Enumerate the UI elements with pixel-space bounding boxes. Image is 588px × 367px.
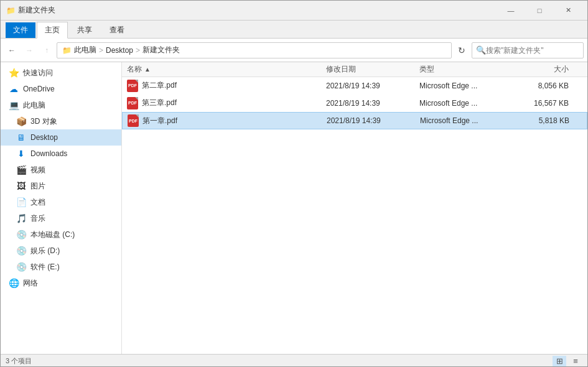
file-date-1: 2021/8/19 14:39	[326, 99, 419, 108]
tab-file[interactable]: 文件	[6, 22, 35, 38]
title-bar-title: 新建文件夹	[18, 5, 497, 16]
sidebar-label-3dobjects: 3D 对象	[30, 116, 116, 127]
title-bar: 📁 新建文件夹 — □ ✕	[1, 1, 587, 21]
file-name-0: PDF 第二章.pdf	[127, 80, 326, 92]
sidebar-item-3dobjects[interactable]: 📦 3D 对象	[1, 113, 121, 129]
col-header-date[interactable]: 修改日期	[326, 64, 419, 75]
table-row[interactable]: PDF 第一章.pdf 2021/8/19 14:39 Microsoft Ed…	[122, 112, 587, 129]
search-box[interactable]: 🔍	[472, 42, 584, 58]
view-list-button[interactable]: ≡	[569, 356, 582, 367]
col-header-type[interactable]: 类型	[419, 64, 513, 75]
forward-button[interactable]: →	[22, 43, 37, 58]
tab-home[interactable]: 主页	[37, 22, 68, 39]
file-type-2: Microsoft Edge ...	[420, 116, 513, 125]
documents-icon: 📄	[16, 197, 27, 208]
file-size-0: 8,056 KB	[513, 81, 569, 90]
breadcrumb-desktop: Desktop	[106, 46, 133, 55]
sidebar-label-downloads: Downloads	[30, 149, 116, 158]
sidebar-item-drive-d[interactable]: 💿 娱乐 (D:)	[1, 243, 121, 259]
sidebar-label-desktop: Desktop	[30, 133, 116, 142]
breadcrumb-sep1: >	[99, 46, 103, 55]
sidebar-item-videos[interactable]: 🎬 视频	[1, 162, 121, 178]
main-area: ⭐ 快速访问 ☁ OneDrive 💻 此电脑 📦 3D 对象 🖥 Deskto…	[1, 62, 587, 354]
sidebar-label-documents: 文档	[30, 197, 116, 208]
item-count: 3 个项目	[6, 356, 32, 366]
sidebar-label-quick-access: 快速访问	[23, 68, 116, 78]
sidebar-label-drive-d: 娱乐 (D:)	[30, 246, 116, 256]
music-icon: 🎵	[16, 213, 27, 224]
downloads-icon: ⬇	[16, 148, 27, 159]
drive-c-icon: 💿	[16, 229, 27, 240]
sidebar-label-drive-e: 软件 (E:)	[30, 262, 116, 272]
file-area: 名称 ▲ 修改日期 类型 大小 PDF 第二章.pdf 2021/8/19 14…	[122, 62, 587, 354]
quick-access-icon: ⭐	[8, 67, 19, 78]
file-type-1: Microsoft Edge ...	[419, 99, 513, 108]
sidebar: ⭐ 快速访问 ☁ OneDrive 💻 此电脑 📦 3D 对象 🖥 Deskto…	[1, 62, 122, 354]
status-bar: 3 个项目 ⊞ ≡	[1, 354, 587, 367]
pictures-icon: 🖼	[16, 180, 27, 192]
tab-view[interactable]: 查看	[101, 22, 133, 38]
sidebar-item-pictures[interactable]: 🖼 图片	[1, 178, 121, 194]
file-list: PDF 第二章.pdf 2021/8/19 14:39 Microsoft Ed…	[122, 77, 587, 354]
pdf-icon-2: PDF	[128, 114, 139, 127]
table-row[interactable]: PDF 第二章.pdf 2021/8/19 14:39 Microsoft Ed…	[122, 77, 587, 95]
refresh-button[interactable]: ↻	[454, 43, 469, 58]
breadcrumb-folder: 新建文件夹	[142, 45, 180, 55]
file-size-1: 16,567 KB	[513, 99, 569, 108]
sidebar-label-network: 网络	[23, 278, 116, 289]
sidebar-item-thispc[interactable]: 💻 此电脑	[1, 97, 121, 113]
videos-icon: 🎬	[16, 164, 27, 175]
sidebar-item-documents[interactable]: 📄 文档	[1, 194, 121, 210]
title-bar-actions: — □ ✕	[497, 1, 582, 21]
sidebar-item-downloads[interactable]: ⬇ Downloads	[1, 146, 121, 162]
sidebar-label-music: 音乐	[30, 213, 116, 224]
sidebar-item-onedrive[interactable]: ☁ OneDrive	[1, 81, 121, 97]
address-bar[interactable]: 📁 此电脑 > Desktop > 新建文件夹	[57, 42, 452, 58]
file-header: 名称 ▲ 修改日期 类型 大小	[122, 62, 587, 77]
sidebar-label-drive-c: 本地磁盘 (C:)	[30, 230, 116, 240]
pdf-icon-0: PDF	[127, 80, 138, 92]
file-name-2: PDF 第一章.pdf	[128, 114, 327, 127]
address-area: ← → ↑ 📁 此电脑 > Desktop > 新建文件夹 ↻ 🔍	[1, 39, 587, 62]
file-date-0: 2021/8/19 14:39	[326, 81, 419, 90]
sidebar-item-drive-e[interactable]: 💿 软件 (E:)	[1, 259, 121, 275]
drive-e-icon: 💿	[16, 261, 27, 272]
sort-arrow-name: ▲	[144, 66, 151, 73]
maximize-button[interactable]: □	[525, 1, 554, 21]
view-grid-button[interactable]: ⊞	[553, 356, 566, 367]
sidebar-label-onedrive: OneDrive	[23, 85, 116, 93]
status-right: ⊞ ≡	[553, 356, 582, 367]
breadcrumb-sep2: >	[136, 46, 140, 55]
ribbon: 文件 主页 共享 查看	[1, 21, 587, 39]
col-header-size[interactable]: 大小	[513, 64, 569, 75]
file-type-0: Microsoft Edge ...	[419, 81, 513, 90]
sidebar-item-music[interactable]: 🎵 音乐	[1, 210, 121, 226]
ribbon-tabs: 文件 主页 共享 查看	[1, 21, 587, 38]
3dobjects-icon: 📦	[16, 116, 27, 127]
tab-share[interactable]: 共享	[69, 22, 100, 38]
search-input[interactable]	[486, 46, 579, 55]
drive-d-icon: 💿	[16, 245, 27, 256]
pdf-icon-1: PDF	[127, 97, 138, 109]
minimize-button[interactable]: —	[497, 1, 525, 21]
onedrive-icon: ☁	[8, 83, 19, 95]
network-icon: 🌐	[8, 277, 19, 289]
table-row[interactable]: PDF 第三章.pdf 2021/8/19 14:39 Microsoft Ed…	[122, 95, 587, 112]
thispc-icon: 💻	[8, 100, 19, 111]
sidebar-item-quick-access[interactable]: ⭐ 快速访问	[1, 65, 121, 81]
sidebar-label-thispc: 此电脑	[23, 100, 116, 111]
file-size-2: 5,818 KB	[513, 116, 569, 125]
up-button[interactable]: ↑	[39, 43, 54, 58]
file-name-1: PDF 第三章.pdf	[127, 97, 326, 109]
sidebar-item-drive-c[interactable]: 💿 本地磁盘 (C:)	[1, 226, 121, 243]
desktop-icon: 🖥	[16, 132, 27, 143]
breadcrumb-thispc: 此电脑	[74, 45, 96, 55]
search-icon: 🔍	[476, 45, 486, 55]
col-header-name[interactable]: 名称 ▲	[127, 64, 326, 75]
sidebar-item-network[interactable]: 🌐 网络	[1, 275, 121, 291]
back-button[interactable]: ←	[4, 43, 19, 58]
close-button[interactable]: ✕	[554, 1, 582, 21]
title-bar-icon: 📁	[6, 6, 16, 16]
sidebar-label-pictures: 图片	[30, 181, 116, 192]
sidebar-item-desktop[interactable]: 🖥 Desktop	[1, 129, 121, 146]
